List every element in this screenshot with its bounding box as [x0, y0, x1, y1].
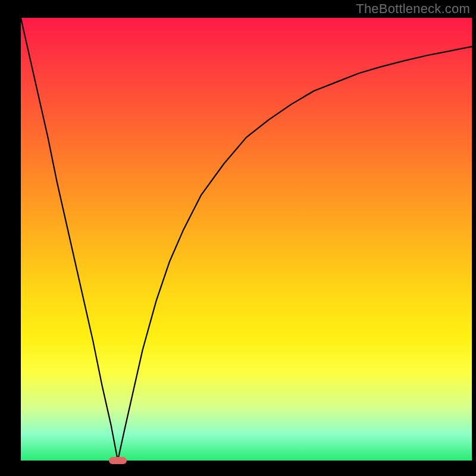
- watermark-text: TheBottleneck.com: [356, 1, 470, 17]
- curve-svg: [21, 18, 472, 461]
- curve-path: [21, 18, 472, 461]
- chart-frame: TheBottleneck.com: [0, 0, 476, 476]
- plot-area: [21, 18, 472, 461]
